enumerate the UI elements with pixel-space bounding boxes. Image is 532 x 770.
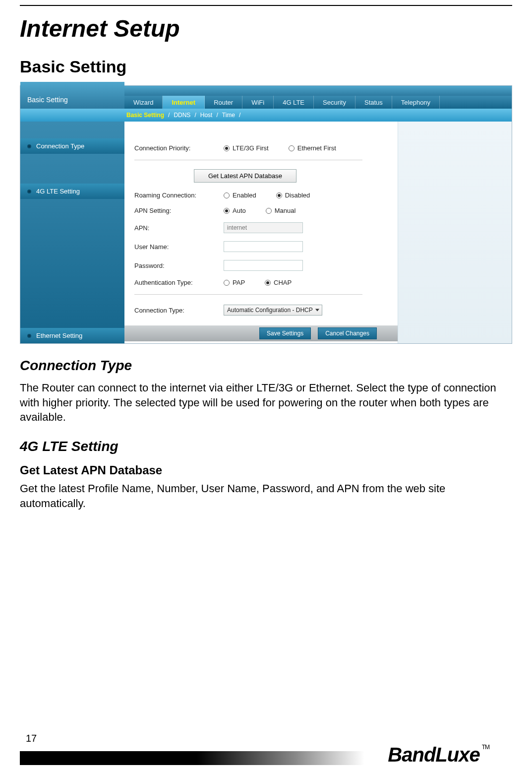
tab-router[interactable]: Router <box>205 96 242 109</box>
router-admin-screenshot: Basic Setting Wizard Internet Router WiF… <box>20 85 512 344</box>
apn-input[interactable] <box>224 222 303 233</box>
apn-db-body: Get the latest Profile Name, Number, Use… <box>20 481 512 511</box>
main-panel: Connection Priority: LTE/3G First Ethern… <box>124 122 512 343</box>
sidebar-item-4g-lte-setting[interactable]: 4G LTE Setting <box>20 184 124 199</box>
bullet-icon <box>27 334 31 338</box>
apn-setting-manual[interactable]: Manual <box>266 207 296 214</box>
bullet-icon <box>27 190 31 193</box>
sub-nav: Basic Setting/ DDNS/ Host/ Time/ <box>20 109 512 122</box>
roaming-disabled[interactable]: Disabled <box>276 192 310 199</box>
subnav-basic-setting[interactable]: Basic Setting <box>124 112 166 119</box>
radio-icon <box>266 208 272 214</box>
save-settings-button[interactable]: Save Settings <box>259 327 311 339</box>
conn-priority-lte3g[interactable]: LTE/3G First <box>224 144 269 152</box>
tab-4glte[interactable]: 4G LTE <box>274 96 314 109</box>
tab-security[interactable]: Security <box>314 96 355 109</box>
tab-internet[interactable]: Internet <box>163 96 205 109</box>
password-label: Password: <box>134 262 224 269</box>
cancel-changes-button[interactable]: Cancel Changes <box>318 327 377 339</box>
apn-setting-label: APN Setting: <box>134 207 224 214</box>
sidebar-item-connection-type[interactable]: Connection Type <box>20 138 124 154</box>
conn-priority-ethernet[interactable]: Ethernet First <box>289 144 336 152</box>
auth-chap[interactable]: CHAP <box>265 279 292 286</box>
tab-wizard[interactable]: Wizard <box>124 96 163 109</box>
page-number: 17 <box>26 733 37 744</box>
apn-setting-auto[interactable]: Auto <box>224 207 246 214</box>
radio-icon <box>224 145 230 151</box>
tab-wifi[interactable]: WiFi <box>242 96 274 109</box>
bullet-icon <box>27 144 31 148</box>
connection-type-label: Connection Type: <box>134 307 224 314</box>
username-input[interactable] <box>224 241 303 252</box>
password-input[interactable] <box>224 260 303 271</box>
auth-type-label: Authentication Type: <box>134 279 224 286</box>
section-heading: Basic Setting <box>20 57 512 76</box>
apn-label: APN: <box>134 224 224 232</box>
top-tabs: Wizard Internet Router WiFi 4G LTE Secur… <box>124 96 512 109</box>
brand-logo: BandLuxeTM <box>385 744 492 766</box>
connection-type-heading: Connection Type <box>20 358 512 374</box>
sidebar-item-ethernet-setting[interactable]: Ethernet Setting <box>20 328 124 343</box>
auth-pap[interactable]: PAP <box>224 279 245 286</box>
right-strip <box>398 122 512 343</box>
subnav-time[interactable]: Time <box>220 112 237 119</box>
roaming-label: Roaming Connection: <box>134 192 224 199</box>
connection-priority-label: Connection Priority: <box>134 144 224 152</box>
tab-status[interactable]: Status <box>355 96 392 109</box>
sidebar-title: Basic Setting <box>20 82 124 109</box>
top-rule <box>20 5 512 6</box>
apn-db-heading: Get Latest APN Database <box>20 463 512 477</box>
roaming-enabled[interactable]: Enabled <box>224 192 256 199</box>
username-label: User Name: <box>134 243 224 251</box>
radio-icon <box>289 145 295 151</box>
connection-type-body: The Router can connect to the internet v… <box>20 381 512 425</box>
get-latest-apn-button[interactable]: Get Latest APN Database <box>194 169 296 183</box>
lte-setting-heading: 4G LTE Setting <box>20 439 512 454</box>
sidebar: Connection Type 4G LTE Setting Ethernet … <box>20 122 124 343</box>
subnav-ddns[interactable]: DDNS <box>172 112 192 119</box>
radio-icon <box>265 280 271 286</box>
tab-telephony[interactable]: Telephony <box>392 96 440 109</box>
radio-icon <box>224 280 230 286</box>
divider <box>134 160 362 160</box>
subnav-host[interactable]: Host <box>198 112 215 119</box>
radio-icon <box>276 192 282 198</box>
connection-type-select[interactable]: Automatic Configuration - DHCP <box>224 305 322 316</box>
header-spacer <box>124 86 512 96</box>
radio-icon <box>224 208 230 214</box>
page-title: Internet Setup <box>20 15 512 42</box>
radio-icon <box>224 192 230 198</box>
divider <box>134 294 362 295</box>
